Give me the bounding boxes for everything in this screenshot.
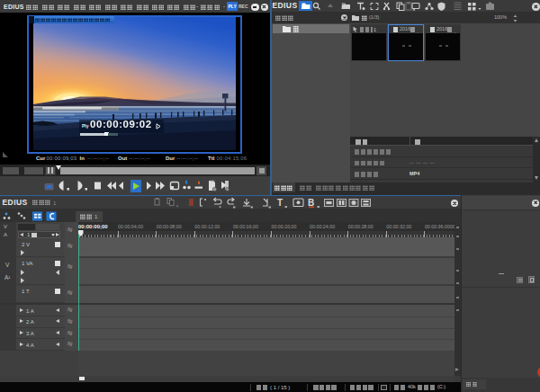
svg-text:T: T	[277, 198, 283, 208]
svg-text:B: B	[308, 198, 314, 208]
